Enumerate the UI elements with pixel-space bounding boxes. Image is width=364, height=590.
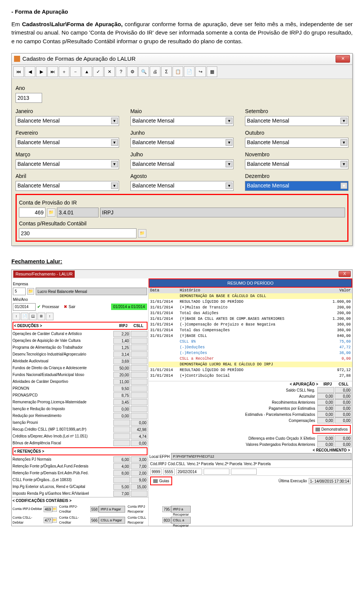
month-select[interactable]: Balancete Mensal ▼ — [245, 181, 348, 191]
close-button[interactable]: ✕ — [336, 55, 350, 63]
item-irpj[interactable]: 3,45 — [113, 399, 130, 405]
item-csll[interactable]: 2,00 — [131, 470, 147, 476]
search-icon[interactable]: 🔍 — [138, 66, 149, 77]
guias-button[interactable]: Guias — [150, 477, 172, 485]
item-csll[interactable] — [131, 392, 147, 398]
item-irpj[interactable] — [113, 433, 130, 439]
apur-csll[interactable]: 0,00 — [335, 405, 351, 411]
grid-icon[interactable]: ▦ — [207, 66, 217, 77]
item-csll[interactable] — [131, 399, 147, 405]
cancel-icon[interactable]: ✕ — [104, 66, 115, 77]
item-csll[interactable] — [131, 351, 147, 357]
venc2-input[interactable] — [204, 469, 229, 475]
item-irpj[interactable]: 2,20 — [113, 331, 130, 337]
item-csll[interactable]: 0,00 — [131, 420, 147, 426]
export-icon[interactable]: ↪ — [195, 66, 206, 77]
item-csll[interactable]: 42,98 — [131, 426, 147, 433]
tool-icon[interactable]: ↕ — [46, 313, 53, 320]
lookup-icon[interactable]: 📁 — [52, 518, 57, 523]
sair-button[interactable]: Sair — [69, 304, 75, 310]
month-select[interactable]: Balancete Mensal ▼ — [130, 159, 234, 169]
month-select[interactable]: Balancete Mensal ▼ — [245, 116, 348, 126]
item-irpj[interactable] — [113, 426, 130, 433]
month-select[interactable]: Balancete Mensal ▼ — [16, 159, 119, 169]
item-irpj[interactable]: 0,00 — [113, 413, 130, 419]
tool-icon[interactable]: ↕ — [13, 313, 20, 320]
diff-csll[interactable]: 0,00 — [335, 435, 351, 441]
venc3-input[interactable] — [231, 469, 257, 475]
apur-irpj[interactable] — [317, 387, 334, 393]
tool-icon[interactable]: 🕮 — [29, 313, 37, 320]
apur-csll[interactable]: 0,00 — [335, 411, 351, 417]
conta-ir-num-input[interactable] — [19, 208, 46, 217]
item-csll[interactable] — [131, 365, 147, 371]
lookup-icon[interactable]: 📁 — [52, 507, 57, 512]
item-csll[interactable]: 9,00 — [131, 477, 147, 483]
month-select[interactable]: Balancete Mensal ▼ — [16, 181, 119, 191]
item-irpj[interactable]: 11,00 — [113, 379, 130, 385]
item-csll[interactable] — [131, 406, 147, 412]
month-select[interactable]: Balancete Mensal ▼ — [130, 116, 234, 126]
apur-csll[interactable]: 0,00 — [335, 393, 351, 399]
cod-irpj-input[interactable]: 9999 — [150, 469, 162, 475]
item-csll[interactable]: 0,00 — [131, 440, 147, 446]
processar-button[interactable]: Processar — [42, 304, 59, 310]
item-csll[interactable] — [131, 372, 147, 378]
copy-icon[interactable]: 📋 — [173, 66, 183, 77]
mesano-input[interactable] — [13, 303, 36, 311]
apur-irpj[interactable]: 0,00 — [317, 405, 334, 411]
item-csll[interactable]: 15,00 — [131, 484, 147, 490]
apur-irpj[interactable]: 0,00 — [317, 399, 334, 405]
item-irpj[interactable]: 8,00 — [113, 470, 130, 476]
item-irpj[interactable]: 50,00 — [113, 365, 130, 371]
sum-icon[interactable]: Σ — [161, 66, 172, 77]
cod-val[interactable]: 566 — [90, 517, 99, 523]
item-irpj[interactable]: 3,69 — [113, 358, 130, 364]
item-csll[interactable] — [131, 385, 147, 392]
cod-val[interactable]: 469 — [44, 506, 52, 512]
diff-irpj[interactable]: 0,00 — [317, 441, 334, 447]
nav-next-icon[interactable]: ▶ — [36, 66, 47, 77]
add-icon[interactable]: ＋ — [59, 66, 69, 77]
tool-icon[interactable]: ⊞ — [38, 313, 45, 320]
apur-irpj[interactable]: 0,00 — [317, 417, 334, 423]
item-csll[interactable] — [131, 491, 147, 497]
lookup-icon[interactable]: 📁 — [138, 229, 146, 238]
tool-icon[interactable]: 📄 — [21, 313, 28, 320]
cod-val[interactable]: 477 — [44, 517, 52, 523]
month-select[interactable]: Balancete Mensal ▼ — [16, 138, 119, 148]
year-input[interactable] — [16, 93, 42, 103]
item-irpj[interactable]: 1,25 — [113, 345, 130, 351]
remove-icon[interactable]: － — [70, 66, 81, 77]
lookup-icon[interactable]: 📁 — [47, 208, 55, 217]
item-irpj[interactable]: 6,00 — [113, 456, 130, 463]
month-select[interactable]: Balancete Mensal ▼ — [16, 116, 119, 126]
item-irpj[interactable] — [113, 420, 130, 426]
item-irpj[interactable] — [113, 477, 130, 483]
tool-icon[interactable]: ⚙ — [127, 66, 138, 77]
item-irpj[interactable]: 8,75 — [113, 392, 130, 398]
item-irpj[interactable]: 9,50 — [113, 385, 130, 392]
apur-csll[interactable]: 0,00 — [335, 399, 351, 405]
apur-csll[interactable]: 0,00 — [335, 387, 351, 393]
nav-prev-icon[interactable]: ◀ — [25, 66, 35, 77]
month-select[interactable]: Balancete Mensal ▼ — [130, 138, 234, 148]
paste-icon[interactable]: 📄 — [184, 66, 195, 77]
diff-irpj[interactable]: 0,00 — [317, 435, 334, 441]
nav-first-icon[interactable]: ⏮ — [13, 66, 24, 77]
apur-irpj[interactable]: 0,00 — [317, 411, 334, 417]
demonstrativos-button[interactable]: Demonstrativos — [312, 425, 351, 434]
contas-res-input[interactable] — [19, 228, 136, 238]
item-csll[interactable]: 7,00 — [131, 463, 147, 469]
edit-icon[interactable]: ▲ — [82, 66, 92, 77]
item-irpj[interactable]: 4,00 — [113, 463, 130, 469]
close-button[interactable]: X — [339, 271, 351, 277]
diff-csll[interactable]: 0,00 — [335, 441, 351, 447]
item-csll[interactable] — [131, 338, 147, 344]
item-csll[interactable]: 3,00 — [131, 456, 147, 463]
item-irpj[interactable]: 20,00 — [113, 372, 130, 378]
cod-val[interactable]: 558 — [90, 506, 99, 512]
item-irpj[interactable]: 7,00 — [113, 491, 130, 497]
cod-csll-input[interactable]: 5555 — [163, 469, 174, 475]
nav-last-icon[interactable]: ⏭ — [47, 66, 58, 77]
